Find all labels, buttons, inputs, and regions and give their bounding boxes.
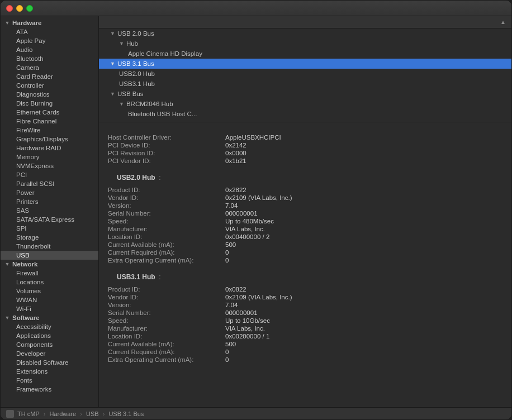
sidebar-item-developer[interactable]: Developer xyxy=(1,349,98,358)
detail-row: PCI Revision ID:0x0000 xyxy=(108,149,502,157)
detail-value: 500 xyxy=(225,241,236,248)
detail-value: 0 xyxy=(225,257,229,264)
sidebar-item-firewire[interactable]: FireWire xyxy=(1,126,98,135)
sidebar-group-hardware[interactable]: ▼Hardware xyxy=(1,18,98,27)
tree-content[interactable]: ▼USB 2.0 Bus▼HubApple Cinema HD Display▼… xyxy=(99,28,511,117)
detail-value: 000000001 xyxy=(225,309,258,316)
sidebar-item-parallel-scsi[interactable]: Parallel SCSI xyxy=(1,179,98,188)
sidebar-item-bluetooth[interactable]: Bluetooth xyxy=(1,54,98,63)
breadcrumb: TH cMP › Hardware › USB › USB 3.1 Bus xyxy=(17,411,144,417)
detail-row: Current Available (mA):500 xyxy=(108,241,502,249)
main-content: ▼HardwareATAApple PayAudioBluetoothCamer… xyxy=(1,16,511,407)
sidebar-item-locations[interactable]: Locations xyxy=(1,278,98,287)
sidebar-item-memory[interactable]: Memory xyxy=(1,152,98,161)
detail-value: 0 xyxy=(225,249,229,256)
sidebar-item-nvmexpress[interactable]: NVMExpress xyxy=(1,161,98,170)
sidebar-item-audio[interactable]: Audio xyxy=(1,45,98,54)
detail-row: Serial Number:000000001 xyxy=(108,309,502,317)
detail-row: Product ID:0x0822 xyxy=(108,285,502,293)
sidebar-item-disabled-software[interactable]: Disabled Software xyxy=(1,358,98,367)
detail-label: Serial Number: xyxy=(108,210,225,217)
sidebar-item-ata[interactable]: ATA xyxy=(1,27,98,36)
detail-row: PCI Vendor ID:0x1b21 xyxy=(108,157,502,165)
statusbar: TH cMP › Hardware › USB › USB 3.1 Bus xyxy=(1,407,511,419)
breadcrumb-item: USB 3.1 Bus xyxy=(108,411,144,417)
sidebar-group-network[interactable]: ▼Network xyxy=(1,260,98,269)
colon: : xyxy=(155,273,161,281)
sidebar-group-software[interactable]: ▼Software xyxy=(1,313,98,322)
sidebar-item-fibre-channel[interactable]: Fibre Channel xyxy=(1,117,98,126)
sidebar-item-pci[interactable]: PCI xyxy=(1,170,98,179)
statusbar-icon xyxy=(6,410,14,418)
sidebar-item-extensions[interactable]: Extensions xyxy=(1,367,98,376)
tree-row-ellipsis[interactable]: Bluetooth USB Host C... xyxy=(99,109,511,117)
detail-row: Current Required (mA):0 xyxy=(108,348,502,356)
sidebar-item-fonts[interactable]: Fonts xyxy=(1,376,98,385)
sidebar-item-apple-pay[interactable]: Apple Pay xyxy=(1,36,98,45)
group-arrow-software: ▼ xyxy=(4,314,11,321)
sidebar-item-firewall[interactable]: Firewall xyxy=(1,269,98,278)
sidebar-item-card-reader[interactable]: Card Reader xyxy=(1,72,98,81)
sidebar-item-ethernet-cards[interactable]: Ethernet Cards xyxy=(1,108,98,117)
sidebar-item-thunderbolt[interactable]: Thunderbolt xyxy=(1,242,98,251)
sidebar-item-applications[interactable]: Applications xyxy=(1,331,98,340)
subsection-table-usb20-hub-sub: Product ID:0x2822Vendor ID:0x2109 (VIA L… xyxy=(108,186,502,264)
sidebar-item-controller[interactable]: Controller xyxy=(1,81,98,90)
detail-label: Manufacturer: xyxy=(108,226,225,232)
detail-label: PCI Revision ID: xyxy=(108,150,225,156)
detail-value: Up to 10Gb/sec xyxy=(225,317,270,324)
detail-row: Host Controller Driver:AppleUSBXHCIPCI xyxy=(108,133,502,141)
detail-label: Speed: xyxy=(108,317,225,324)
sidebar-item-wwan[interactable]: WWAN xyxy=(1,295,98,304)
sidebar-item-wi-fi[interactable]: Wi-Fi xyxy=(1,304,98,313)
sidebar-item-camera[interactable]: Camera xyxy=(1,63,98,72)
sidebar[interactable]: ▼HardwareATAApple PayAudioBluetoothCamer… xyxy=(1,16,99,407)
tree-row-usb31-bus[interactable]: ▼USB 3.1 Bus xyxy=(99,59,511,69)
tree-row-usb20-bus[interactable]: ▼USB 2.0 Bus xyxy=(99,28,511,39)
sidebar-item-graphics-displays[interactable]: Graphics/Displays xyxy=(1,135,98,144)
breadcrumb-sep: › xyxy=(101,411,107,417)
detail-value: 0 xyxy=(225,356,229,363)
tree-row-usb20-hub[interactable]: USB2.0 Hub xyxy=(99,69,511,79)
detail-value: 0x0822 xyxy=(225,286,246,293)
detail-label: Current Available (mA): xyxy=(108,241,225,248)
tree-row-usb31-hub[interactable]: USB3.1 Hub xyxy=(99,79,511,89)
sidebar-item-spi[interactable]: SPI xyxy=(1,224,98,233)
detail-row: Product ID:0x2822 xyxy=(108,186,502,194)
sidebar-item-sas[interactable]: SAS xyxy=(1,206,98,215)
sidebar-item-printers[interactable]: Printers xyxy=(1,197,98,206)
tree-arrow-brcm-hub: ▼ xyxy=(119,101,124,107)
tree-row-usb-bus[interactable]: ▼USB Bus xyxy=(99,89,511,99)
detail-row: Vendor ID:0x2109 (VIA Labs, Inc.) xyxy=(108,194,502,202)
detail-row: Location ID:0x00200000 / 1 xyxy=(108,332,502,340)
sidebar-item-hardware-raid[interactable]: Hardware RAID xyxy=(1,144,98,152)
tree-row-hub1[interactable]: ▼Hub xyxy=(99,39,511,49)
detail-label: Vendor ID: xyxy=(108,294,225,300)
sidebar-item-accessibility[interactable]: Accessibility xyxy=(1,322,98,331)
tree-row-apple-cinema[interactable]: Apple Cinema HD Display xyxy=(99,49,511,59)
maximize-button[interactable] xyxy=(26,5,33,12)
sidebar-item-sata-express[interactable]: SATA/SATA Express xyxy=(1,215,98,224)
detail-row: Location ID:0x00400000 / 2 xyxy=(108,233,502,241)
tree-collapse-icon[interactable]: ▲ xyxy=(500,19,506,25)
sidebar-item-components[interactable]: Components xyxy=(1,340,98,349)
detail-label: Product ID: xyxy=(108,187,225,193)
sidebar-item-usb[interactable]: USB xyxy=(1,251,98,260)
detail-row: Speed:Up to 10Gb/sec xyxy=(108,317,502,324)
colon: : xyxy=(155,174,161,182)
subsection-title-usb20-hub-sub: USB2.0 Hub : xyxy=(117,174,502,182)
detail-value: AppleUSBXHCIPCI xyxy=(225,134,281,141)
sidebar-item-power[interactable]: Power xyxy=(1,188,98,197)
sidebar-item-frameworks[interactable]: Frameworks xyxy=(1,385,98,394)
detail-value: 0x2822 xyxy=(225,187,246,193)
breadcrumb-item: Hardware xyxy=(50,411,77,417)
minimize-button[interactable] xyxy=(16,5,23,12)
sidebar-item-disc-burning[interactable]: Disc Burning xyxy=(1,99,98,108)
sidebar-item-diagnostics[interactable]: Diagnostics xyxy=(1,90,98,99)
detail-row: Version:7.04 xyxy=(108,202,502,209)
sidebar-item-volumes[interactable]: Volumes xyxy=(1,287,98,295)
sidebar-item-storage[interactable]: Storage xyxy=(1,233,98,242)
close-button[interactable] xyxy=(6,5,13,12)
detail-label: Product ID: xyxy=(108,286,225,293)
tree-row-brcm-hub[interactable]: ▼BRCM2046 Hub xyxy=(99,99,511,109)
